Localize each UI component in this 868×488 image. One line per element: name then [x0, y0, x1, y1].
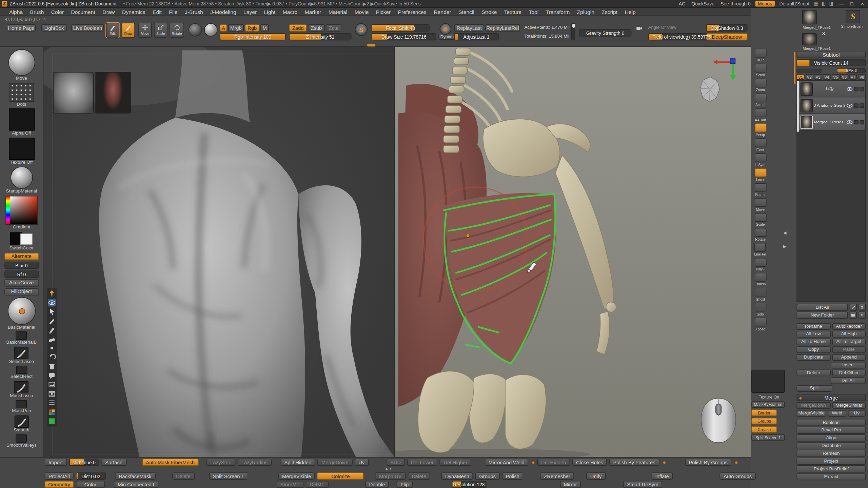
subtool-list-empty[interactable]: [796, 131, 866, 302]
mask-by-feature-button[interactable]: MaskByFeature: [751, 401, 785, 408]
history-thumbnail-gray[interactable]: [53, 72, 94, 113]
menu-picker[interactable]: Picker: [372, 8, 394, 15]
subtool-mini-button[interactable]: [854, 87, 859, 91]
mini-thumbnail[interactable]: [16, 331, 27, 340]
subtool-thumbnail[interactable]: [801, 99, 813, 112]
shelf-transp[interactable]: Transp: [754, 273, 766, 286]
unify-button[interactable]: Unify: [586, 472, 606, 480]
button-accucurve[interactable]: AccuCurve: [4, 279, 39, 286]
insert-button[interactable]: Insert: [830, 362, 866, 368]
folder-icon[interactable]: [850, 311, 857, 318]
menu-movie[interactable]: Movie: [351, 8, 372, 15]
lazyradius-button[interactable]: LazyRadius: [237, 459, 271, 466]
dynamesh-button[interactable]: DynaMesh: [441, 472, 473, 480]
menu-layer[interactable]: Layer: [240, 8, 260, 15]
all-low-button[interactable]: All Low: [796, 331, 830, 338]
m-button[interactable]: M: [260, 24, 269, 32]
dotmini-icon[interactable]: [859, 311, 866, 318]
close-button[interactable]: ×: [859, 1, 866, 6]
delete-button[interactable]: Delete: [796, 369, 830, 376]
delmt-button[interactable]: DelMT: [306, 481, 329, 488]
see-through-slider[interactable]: See-through 0: [719, 1, 752, 6]
orange-dot-icon[interactable]: [735, 461, 738, 464]
menu-j-modeling[interactable]: J-Modeling: [206, 8, 240, 15]
close-holes-button[interactable]: Close Holes: [572, 459, 607, 466]
subtool-mini-button[interactable]: [860, 120, 864, 124]
colorize-button[interactable]: Colorize: [317, 472, 364, 480]
tray-item-fillobject[interactable]: FillObject: [4, 288, 39, 295]
subtool-mini-button[interactable]: [854, 120, 859, 124]
adjust-last-slider[interactable]: AdjustLast 1: [454, 33, 499, 40]
shelf-line-fill[interactable]: Line Fill: [754, 243, 767, 256]
thumbnail-square[interactable]: [9, 138, 35, 160]
sphere-widget[interactable]: [8, 49, 35, 76]
record-icon[interactable]: [439, 23, 451, 35]
tray-expand-icon[interactable]: ▶: [783, 244, 787, 249]
menu-preferences[interactable]: Preferences: [394, 8, 430, 15]
visibility-eye-icon[interactable]: [48, 299, 56, 306]
polish-button[interactable]: Polish: [502, 472, 523, 480]
new-folder-button[interactable]: New Folder: [796, 311, 848, 318]
palette-scrollbar[interactable]: [794, 52, 795, 84]
menu-zplugin[interactable]: Zplugin: [573, 8, 598, 15]
tray-item-startupmaterial[interactable]: StartupMaterial: [6, 166, 37, 194]
green-swatch-icon[interactable]: [48, 417, 56, 425]
color-picker-widget[interactable]: [5, 196, 38, 224]
view-tab-v4[interactable]: V4: [823, 74, 831, 80]
shelf-floor[interactable]: Floor: [754, 138, 766, 151]
split-button[interactable]: Split: [796, 385, 832, 392]
split-screen-button[interactable]: Split Screen 1: [751, 434, 785, 441]
boolean-button[interactable]: Boolean: [796, 419, 866, 426]
tray-item-move[interactable]: Move: [8, 49, 35, 81]
rf-0-slider[interactable]: Rf 0: [4, 270, 39, 278]
min-connected-i-button[interactable]: Min Connected I: [114, 481, 158, 488]
uv-button[interactable]: Uv: [355, 459, 369, 466]
split-screen-1-button[interactable]: Split Screen 1: [209, 472, 248, 480]
menu-transform[interactable]: Transform: [542, 8, 573, 15]
tray-item-maskpen[interactable]: MaskPen: [12, 400, 31, 413]
sdiv-button[interactable]: SDiv: [387, 459, 405, 466]
trash-icon[interactable]: [48, 362, 56, 370]
subtool-mini-track[interactable]: [796, 68, 822, 72]
menu-macro[interactable]: Macro: [279, 8, 301, 15]
mergevisible-button[interactable]: MergeVisible: [796, 410, 826, 416]
view-tab-v2[interactable]: V2: [805, 74, 813, 80]
dist-0-02-slider[interactable]: Dist 0.02: [76, 472, 106, 480]
mergedown-button[interactable]: MergeDown: [317, 459, 352, 466]
subtool-section-header[interactable]: Subtool: [796, 51, 866, 58]
lazystep-button[interactable]: LazyStep: [206, 459, 235, 466]
button-fillobject[interactable]: FillObject: [4, 288, 39, 295]
tray-item-accucurve[interactable]: AccuCurve: [4, 279, 39, 286]
all-to-target-button[interactable]: All To Target: [832, 338, 866, 345]
duplicate-button[interactable]: Duplicate: [796, 354, 830, 361]
menu-color[interactable]: Color: [47, 8, 67, 15]
brushmini-icon[interactable]: [850, 304, 857, 310]
second-tool-thumbnail[interactable]: [802, 33, 817, 45]
rgb-intensity-slider[interactable]: Rgb Intensity 100: [220, 33, 285, 40]
minimize-button[interactable]: —: [837, 1, 845, 6]
shelf-handle[interactable]: [367, 44, 376, 46]
extract-button[interactable]: Extract: [796, 473, 866, 480]
tray-collapse-icon[interactable]: ◀: [783, 230, 787, 235]
mirror-button[interactable]: Mirror: [560, 481, 581, 488]
list-icon[interactable]: [48, 399, 56, 407]
del-all-button[interactable]: Del All: [830, 377, 866, 384]
tray-item-smoothvalleys[interactable]: SmoothValleys: [6, 434, 37, 448]
subtool-thumbnail[interactable]: [801, 115, 813, 128]
subtool-mini-button[interactable]: [854, 103, 859, 107]
current-tool-thumbnail[interactable]: [802, 10, 817, 24]
tray-item-switchcolor[interactable]: SwitchColor: [9, 231, 35, 251]
image-icon[interactable]: [48, 381, 56, 388]
view-tab-v6[interactable]: V6: [840, 74, 848, 80]
menu-dynamics[interactable]: Dynamics: [118, 8, 149, 15]
menu-render[interactable]: Render: [430, 8, 455, 15]
visible-count-slider[interactable]: Visible Count 14: [796, 59, 866, 66]
tray-item-selectrect[interactable]: SelectRect: [11, 366, 33, 379]
maximize-button[interactable]: □: [848, 1, 856, 6]
polish-by-groups-button[interactable]: Polish By Groups: [685, 459, 731, 466]
lightbox-button[interactable]: LightBox: [41, 24, 67, 32]
view-tab-v7[interactable]: V7: [849, 74, 857, 80]
subtool-mini-button[interactable]: [860, 87, 864, 91]
morph-uv-button[interactable]: Morph UV: [375, 472, 406, 480]
subtool-row[interactable]: J Anatomy Step-2: [797, 97, 865, 114]
